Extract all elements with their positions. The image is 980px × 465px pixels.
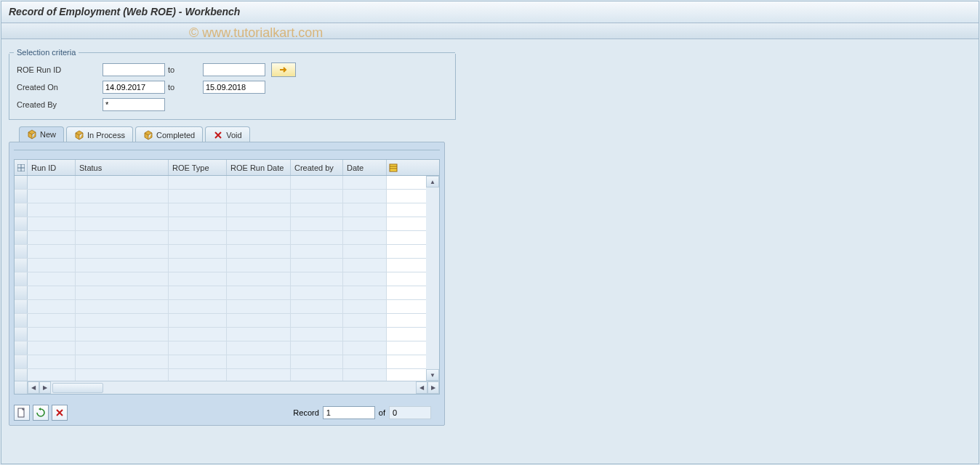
table-cell[interactable] <box>169 300 227 313</box>
table-cell[interactable] <box>343 259 387 272</box>
table-row[interactable] <box>15 355 426 369</box>
table-cell[interactable] <box>343 341 387 355</box>
col-roe-run-date[interactable]: ROE Run Date <box>227 160 291 175</box>
table-cell[interactable] <box>291 314 343 327</box>
table-cell[interactable] <box>169 355 227 368</box>
table-cell[interactable] <box>227 231 291 244</box>
row-handle[interactable] <box>15 328 28 341</box>
row-handle[interactable] <box>15 286 28 299</box>
table-cell[interactable] <box>343 203 387 217</box>
table-cell[interactable] <box>169 314 227 327</box>
table-cell[interactable] <box>227 245 291 258</box>
table-cell[interactable] <box>169 176 227 189</box>
table-row[interactable] <box>15 245 426 259</box>
table-cell[interactable] <box>227 328 291 341</box>
row-handle[interactable] <box>15 300 28 313</box>
table-cell[interactable] <box>227 217 291 230</box>
table-cell[interactable] <box>169 259 227 272</box>
table-cell[interactable] <box>28 369 76 381</box>
row-handle[interactable] <box>15 341 28 355</box>
table-cell[interactable] <box>343 272 387 286</box>
table-cell[interactable] <box>343 314 387 327</box>
table-cell[interactable] <box>169 341 227 355</box>
row-handle[interactable] <box>15 203 28 217</box>
table-cell[interactable] <box>28 190 76 203</box>
scroll-right2-button[interactable]: ▶ <box>427 381 439 394</box>
table-cell[interactable] <box>76 203 169 217</box>
vertical-scrollbar[interactable]: ▲ ▼ <box>426 176 439 381</box>
table-cell[interactable] <box>227 259 291 272</box>
hscroll-thumb[interactable] <box>52 383 103 393</box>
multiple-selection-button[interactable] <box>271 62 296 77</box>
table-cell[interactable] <box>28 176 76 189</box>
table-cell[interactable] <box>291 300 343 313</box>
table-cell[interactable] <box>76 328 169 341</box>
table-row[interactable] <box>15 341 426 355</box>
scroll-down-button[interactable]: ▼ <box>426 369 439 381</box>
table-cell[interactable] <box>169 231 227 244</box>
table-cell[interactable] <box>291 245 343 258</box>
table-row[interactable] <box>15 203 426 217</box>
tab-new[interactable]: New <box>19 126 64 142</box>
table-cell[interactable] <box>343 245 387 258</box>
select-all-handle[interactable] <box>15 160 28 175</box>
table-cell[interactable] <box>28 300 76 313</box>
row-handle[interactable] <box>15 190 28 203</box>
table-cell[interactable] <box>227 369 291 381</box>
table-row[interactable] <box>15 328 426 341</box>
table-cell[interactable] <box>291 190 343 203</box>
table-cell[interactable] <box>169 203 227 217</box>
table-row[interactable] <box>15 231 426 245</box>
table-row[interactable] <box>15 300 426 314</box>
table-cell[interactable] <box>76 217 169 230</box>
table-cell[interactable] <box>227 272 291 286</box>
created-by-input[interactable] <box>103 98 165 111</box>
table-cell[interactable] <box>291 259 343 272</box>
table-cell[interactable] <box>28 231 76 244</box>
row-handle[interactable] <box>15 272 28 286</box>
table-cell[interactable] <box>343 328 387 341</box>
row-handle[interactable] <box>15 245 28 258</box>
table-cell[interactable] <box>227 355 291 368</box>
table-row[interactable] <box>15 217 426 231</box>
table-cell[interactable] <box>343 355 387 368</box>
scroll-up-button[interactable]: ▲ <box>426 176 439 187</box>
table-cell[interactable] <box>227 203 291 217</box>
row-handle[interactable] <box>15 217 28 230</box>
table-cell[interactable] <box>291 341 343 355</box>
table-cell[interactable] <box>28 314 76 327</box>
table-cell[interactable] <box>291 355 343 368</box>
table-row[interactable] <box>15 259 426 272</box>
table-cell[interactable] <box>169 272 227 286</box>
table-cell[interactable] <box>227 314 291 327</box>
horizontal-scrollbar[interactable]: ◀ ▶ ◀ ▶ <box>15 381 439 394</box>
table-cell[interactable] <box>291 217 343 230</box>
table-row[interactable] <box>15 286 426 300</box>
table-cell[interactable] <box>291 231 343 244</box>
scroll-left2-button[interactable]: ◀ <box>416 381 427 394</box>
table-cell[interactable] <box>169 328 227 341</box>
table-cell[interactable] <box>291 328 343 341</box>
table-cell[interactable] <box>76 272 169 286</box>
tab-completed[interactable]: Completed <box>135 126 203 142</box>
table-cell[interactable] <box>28 245 76 258</box>
roe-run-id-to-input[interactable] <box>203 63 265 76</box>
row-handle[interactable] <box>15 231 28 244</box>
col-status[interactable]: Status <box>76 160 169 175</box>
table-cell[interactable] <box>169 245 227 258</box>
table-cell[interactable] <box>76 369 169 381</box>
table-cell[interactable] <box>76 355 169 368</box>
table-cell[interactable] <box>343 300 387 313</box>
table-cell[interactable] <box>169 369 227 381</box>
table-cell[interactable] <box>227 341 291 355</box>
table-cell[interactable] <box>76 314 169 327</box>
table-cell[interactable] <box>76 286 169 299</box>
table-row[interactable] <box>15 272 426 286</box>
table-cell[interactable] <box>28 341 76 355</box>
table-row[interactable] <box>15 176 426 190</box>
row-handle[interactable] <box>15 355 28 368</box>
table-cell[interactable] <box>227 300 291 313</box>
table-cell[interactable] <box>343 217 387 230</box>
col-run-id[interactable]: Run ID <box>28 160 76 175</box>
row-handle[interactable] <box>15 176 28 189</box>
